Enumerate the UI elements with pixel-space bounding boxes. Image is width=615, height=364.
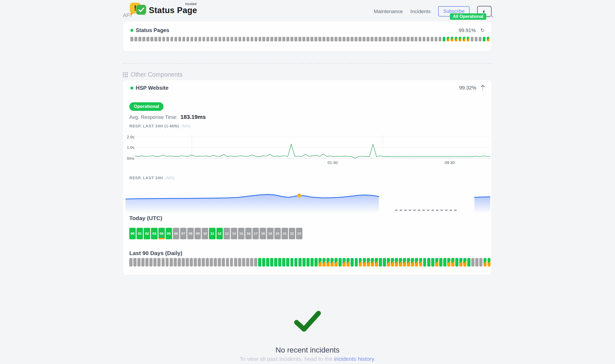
uptime-bar-split[interactable] bbox=[463, 37, 466, 41]
trend-up-icon[interactable] bbox=[481, 85, 485, 91]
daily-bar-split[interactable] bbox=[330, 258, 334, 267]
uptime-bar-gray[interactable] bbox=[387, 37, 390, 41]
uptime-bar-gray[interactable] bbox=[302, 37, 305, 41]
hour-block-16[interactable]: 16 bbox=[245, 228, 252, 239]
uptime-bar-gray[interactable] bbox=[182, 37, 185, 41]
uptime-bar-gray[interactable] bbox=[286, 37, 289, 41]
uptime-bar-gray[interactable] bbox=[347, 37, 349, 41]
daily-bar-green[interactable] bbox=[314, 258, 318, 267]
uptime-bar-gray[interactable] bbox=[146, 37, 149, 41]
uptime-bar-gray[interactable] bbox=[479, 37, 482, 41]
daily-bar-gray[interactable] bbox=[129, 258, 133, 267]
uptime-bar-gray[interactable] bbox=[282, 37, 285, 41]
daily-bar-split[interactable] bbox=[399, 258, 402, 267]
uptime-bar-gray[interactable] bbox=[298, 37, 301, 41]
uptime-bar-gray[interactable] bbox=[342, 37, 345, 41]
uptime-bar-gray[interactable] bbox=[391, 37, 394, 41]
daily-bar-gray[interactable] bbox=[141, 258, 145, 267]
daily-bar-gray[interactable] bbox=[137, 258, 141, 267]
daily-bar-green[interactable] bbox=[443, 258, 446, 267]
uptime-bar-gray[interactable] bbox=[371, 37, 373, 41]
nav-maintenance[interactable]: Maintenance bbox=[374, 9, 403, 14]
daily-bar-split[interactable] bbox=[375, 258, 378, 267]
daily-bar-split[interactable] bbox=[484, 258, 487, 267]
daily-bar-gray[interactable] bbox=[238, 258, 241, 267]
daily-bar-split[interactable] bbox=[363, 258, 366, 267]
daily-bar-gray[interactable] bbox=[246, 258, 249, 267]
daily-bar-gray[interactable] bbox=[214, 258, 217, 267]
uptime-bar-gray[interactable] bbox=[403, 37, 406, 41]
uptime-bar-green[interactable] bbox=[443, 37, 446, 41]
daily-bar-green[interactable] bbox=[355, 258, 358, 267]
uptime-bar-gray[interactable] bbox=[166, 37, 169, 41]
daily-bar-split[interactable] bbox=[391, 258, 394, 267]
uptime-bar-gray[interactable] bbox=[383, 37, 386, 41]
uptime-bar-gray[interactable] bbox=[314, 37, 317, 41]
daily-bar-gray[interactable] bbox=[174, 258, 177, 267]
daily-bar-split[interactable] bbox=[411, 258, 414, 267]
hour-block-15[interactable]: 15 bbox=[238, 228, 244, 239]
daily-bar-gray[interactable] bbox=[479, 258, 482, 267]
daily-bar-gray[interactable] bbox=[186, 258, 189, 267]
daily-bar-gray[interactable] bbox=[230, 258, 233, 267]
uptime-bar-gray[interactable] bbox=[266, 37, 269, 41]
uptime-bar-gray[interactable] bbox=[142, 37, 145, 41]
uptime-bar-gray[interactable] bbox=[322, 37, 325, 41]
uptime-bar-gray[interactable] bbox=[415, 37, 418, 41]
uptime-bar-gray[interactable] bbox=[190, 37, 193, 41]
hour-block-05[interactable]: 05 bbox=[166, 228, 172, 239]
all-operational-badge[interactable]: All Operational bbox=[450, 13, 486, 20]
uptime-bar-gray[interactable] bbox=[239, 37, 242, 41]
daily-bar-split[interactable] bbox=[395, 258, 398, 267]
daily-bar-green[interactable] bbox=[290, 258, 294, 267]
daily-bar-green[interactable] bbox=[294, 258, 298, 267]
uptime-bar-gray[interactable] bbox=[294, 37, 297, 41]
daily-bar-gray[interactable] bbox=[250, 258, 253, 267]
uptime-bar-gray[interactable] bbox=[178, 37, 181, 41]
daily-bar-split[interactable] bbox=[342, 258, 346, 267]
hour-block-07[interactable]: 07 bbox=[180, 228, 186, 239]
daily-bar-green[interactable] bbox=[270, 258, 273, 267]
uptime-bar-split[interactable] bbox=[459, 37, 462, 41]
hour-block-11[interactable]: 11 bbox=[209, 228, 215, 239]
hour-block-09[interactable]: 09 bbox=[194, 228, 201, 239]
nav-incidents[interactable]: Incidents bbox=[410, 9, 431, 14]
uptime-bar-gray[interactable] bbox=[150, 37, 153, 41]
daily-bar-green[interactable] bbox=[351, 258, 354, 267]
daily-bar-green[interactable] bbox=[427, 258, 430, 267]
daily-bar-green[interactable] bbox=[379, 258, 382, 267]
uptime-bar-gray[interactable] bbox=[158, 37, 161, 41]
daily-bar-green[interactable] bbox=[431, 258, 434, 267]
uptime-bar-gray[interactable] bbox=[130, 37, 133, 41]
daily-bar-gray[interactable] bbox=[162, 258, 165, 267]
uptime-bar-gray[interactable] bbox=[427, 37, 430, 41]
daily-bar-gray[interactable] bbox=[170, 258, 173, 267]
uptime-bar-gray[interactable] bbox=[367, 37, 369, 41]
daily-bar-green[interactable] bbox=[298, 258, 302, 267]
daily-bar-gray[interactable] bbox=[194, 258, 197, 267]
hour-block-08[interactable]: 08 bbox=[187, 228, 194, 239]
uptime-bar-gray[interactable] bbox=[227, 37, 229, 41]
daily-bar-gray[interactable] bbox=[475, 258, 478, 267]
daily-bar-split[interactable] bbox=[403, 258, 406, 267]
logo[interactable]: ! hosted Status Page bbox=[130, 3, 197, 15]
uptime-bar-gray[interactable] bbox=[235, 37, 238, 41]
uptime-bar-split[interactable] bbox=[451, 37, 454, 41]
daily-bar-green[interactable] bbox=[338, 258, 342, 267]
uptime-bar-split[interactable] bbox=[447, 37, 450, 41]
hour-block-04[interactable]: 04 bbox=[158, 228, 165, 239]
uptime-bar-gray[interactable] bbox=[475, 37, 478, 41]
daily-bar-gray[interactable] bbox=[182, 258, 185, 267]
daily-bar-gray[interactable] bbox=[202, 258, 205, 267]
daily-bar-green[interactable] bbox=[467, 258, 470, 267]
uptime-bar-gray[interactable] bbox=[431, 37, 434, 41]
uptime-bar-gray[interactable] bbox=[395, 37, 398, 41]
daily-bar-split[interactable] bbox=[367, 258, 370, 267]
uptime-bar-gray[interactable] bbox=[338, 37, 341, 41]
uptime-bar-gray[interactable] bbox=[399, 37, 402, 41]
hour-block-14[interactable]: 14 bbox=[231, 228, 237, 239]
uptime-bar-gray[interactable] bbox=[290, 37, 293, 41]
incidents-history-link[interactable]: incidents history bbox=[334, 356, 374, 362]
hour-block-22[interactable]: 22 bbox=[289, 228, 295, 239]
hour-block-00[interactable]: 00 bbox=[129, 228, 136, 239]
